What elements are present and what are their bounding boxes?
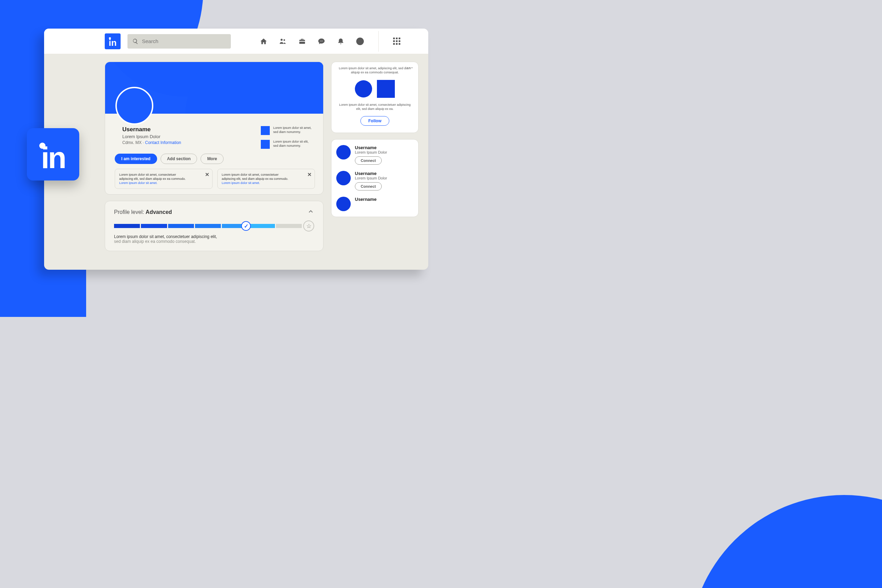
- svg-point-1: [284, 39, 285, 41]
- search-icon: [132, 38, 138, 44]
- profile-name: Username: [122, 126, 181, 133]
- profile-headline: Lorem Ipsum Dolor: [122, 134, 181, 139]
- svg-point-4: [322, 40, 323, 41]
- me-avatar-icon[interactable]: [356, 38, 364, 45]
- chevron-up-icon[interactable]: [308, 208, 314, 216]
- profile-tip: ✕ Lorem ipsum dolor sit amet, consectetu…: [218, 169, 315, 189]
- app-window: in: [44, 28, 428, 270]
- profile-avatar[interactable]: [116, 87, 153, 125]
- main-column: Username Lorem Ipsum Dolor Cdmx. MX · Co…: [105, 62, 324, 262]
- side-column: ··· Lorem ipsum dolor sit amet, adipisci…: [331, 62, 418, 262]
- school-logo-placeholder: [261, 140, 270, 149]
- suggestion-avatar[interactable]: [336, 197, 351, 211]
- add-section-button[interactable]: Add section: [160, 154, 197, 164]
- brand-logo[interactable]: in: [105, 33, 121, 49]
- suggestion-name: Username: [355, 197, 376, 202]
- people-icon[interactable]: [279, 38, 286, 45]
- profile-meta: Lorem ipsum dolor sit amet, sed diam non…: [261, 126, 315, 149]
- tip-link[interactable]: Lorem ipsum dolor sit amet.: [119, 181, 202, 185]
- promo-top-text: Lorem ipsum dolor sit amet, adipiscing e…: [338, 66, 412, 74]
- company-logo-placeholder: [261, 126, 270, 135]
- bell-icon[interactable]: [337, 38, 345, 45]
- promo-circle: [355, 80, 372, 98]
- profile-card: Username Lorem Ipsum Dolor Cdmx. MX · Co…: [105, 62, 324, 195]
- level-segment: [195, 224, 221, 228]
- level-segment: [141, 224, 167, 228]
- suggestion-subtitle: Lorem Ipsum Dolor: [355, 150, 387, 154]
- profile-tip: ✕ Lorem ipsum dolor sit amet, consectetu…: [115, 169, 213, 189]
- profile-actions: I am interested Add section More: [105, 149, 323, 164]
- search-field[interactable]: [128, 34, 231, 49]
- suggestion-name: Username: [355, 171, 387, 176]
- suggestion-avatar[interactable]: [336, 145, 351, 159]
- profile-level-card: Profile level: Advanced: [105, 201, 324, 251]
- level-segment: [114, 224, 140, 228]
- profile-location-row: Cdmx. MX · Contact Information: [122, 140, 181, 145]
- home-icon[interactable]: [260, 38, 267, 45]
- apps-grid-icon[interactable]: [393, 38, 400, 45]
- search-input[interactable]: [142, 38, 226, 44]
- briefcase-icon[interactable]: [298, 38, 306, 45]
- suggestion-avatar[interactable]: [336, 171, 351, 185]
- suggestion-item: Username Lorem Ipsum Dolor Connect: [336, 171, 413, 190]
- topbar: in: [44, 28, 428, 54]
- svg-point-3: [321, 40, 322, 41]
- suggestion-item: Username Lorem Ipsum Dolor Connect: [336, 145, 413, 165]
- more-icon[interactable]: ···: [407, 65, 413, 71]
- suggestions-card: Username Lorem Ipsum Dolor Connect Usern…: [331, 139, 418, 217]
- nav-icons: [260, 31, 400, 52]
- contact-info-link[interactable]: Contact Information: [145, 140, 181, 145]
- interested-button[interactable]: I am interested: [115, 154, 157, 164]
- close-icon[interactable]: ✕: [205, 171, 210, 178]
- chat-icon[interactable]: [318, 38, 325, 45]
- profile-level-bar: ✓ ☆: [114, 224, 314, 228]
- svg-point-0: [280, 39, 282, 40]
- follow-button[interactable]: Follow: [360, 116, 389, 126]
- promo-graphic: [338, 80, 412, 98]
- body: Username Lorem Ipsum Dolor Cdmx. MX · Co…: [44, 54, 428, 270]
- level-segment: [168, 224, 194, 228]
- profile-meta-item[interactable]: Lorem ipsum dolor sit amet, sed diam non…: [261, 126, 312, 135]
- level-segment: [249, 224, 274, 228]
- level-segment-empty: [276, 224, 302, 228]
- profile-level-title: Profile level: Advanced: [114, 209, 172, 215]
- profile-tips: ✕ Lorem ipsum dolor sit amet, consectetu…: [105, 164, 323, 189]
- suggestion-item: Username: [336, 197, 413, 211]
- promo-bottom-text: Lorem ipsum dolor sit amet, consectetuer…: [338, 103, 412, 111]
- star-icon: ☆: [303, 220, 314, 231]
- close-icon[interactable]: ✕: [308, 171, 312, 178]
- connect-button[interactable]: Connect: [355, 182, 382, 190]
- brand-badge: in: [27, 128, 79, 180]
- promo-card: ··· Lorem ipsum dolor sit amet, adipisci…: [331, 62, 418, 133]
- tip-link[interactable]: Lorem ipsum dolor sit amet.: [222, 181, 305, 185]
- promo-square: [377, 80, 395, 98]
- suggestion-name: Username: [355, 145, 387, 150]
- more-button[interactable]: More: [201, 154, 224, 164]
- profile-level-copy: Lorem ipsum dolor sit amet, consectetuer…: [114, 234, 314, 244]
- check-icon: ✓: [241, 221, 251, 231]
- suggestion-subtitle: Lorem Ipsum Dolor: [355, 176, 387, 180]
- profile-meta-item[interactable]: Lorem ipsum dolor sit elit, sed diam non…: [261, 140, 312, 149]
- connect-button[interactable]: Connect: [355, 156, 382, 165]
- decorative-bg: [689, 495, 882, 588]
- svg-point-2: [320, 40, 321, 41]
- nav-separator: [378, 31, 379, 52]
